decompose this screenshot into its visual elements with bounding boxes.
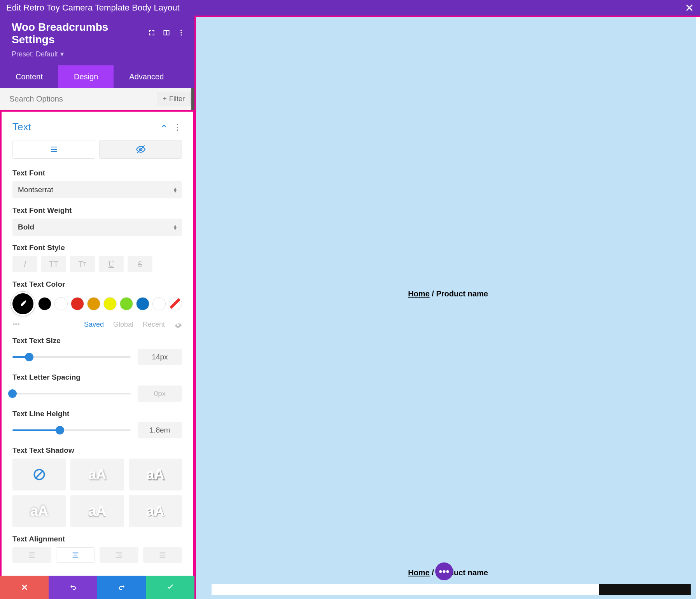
color-label: Text Text Color bbox=[12, 280, 182, 289]
design-panel: Text ⋮ Text Font Montserrat ▴▾ Text Font… bbox=[0, 110, 194, 588]
underline-button[interactable]: U bbox=[99, 256, 124, 272]
font-value: Montserrat bbox=[18, 186, 53, 194]
color-swatch[interactable] bbox=[87, 297, 100, 310]
style-label: Text Font Style bbox=[12, 243, 182, 252]
spacing-value[interactable]: 0px bbox=[138, 385, 182, 402]
size-value[interactable]: 14px bbox=[138, 349, 182, 365]
shadow-none[interactable] bbox=[12, 459, 66, 490]
svg-point-0 bbox=[180, 30, 182, 31]
weight-value: Bold bbox=[18, 223, 34, 231]
redo-button[interactable] bbox=[97, 576, 146, 599]
shadow-label: Text Text Shadow bbox=[12, 446, 182, 455]
align-justify[interactable] bbox=[143, 547, 182, 563]
shadow-preset[interactable]: aA bbox=[70, 459, 124, 490]
uppercase-button[interactable]: TT bbox=[41, 256, 66, 272]
save-button[interactable] bbox=[146, 576, 194, 599]
responsive-toggle bbox=[12, 140, 182, 159]
lineheight-value[interactable]: 1.8em bbox=[138, 422, 182, 438]
align-label: Text Alignment bbox=[12, 535, 182, 543]
search-bar: + Filter bbox=[0, 88, 194, 110]
lineheight-slider[interactable] bbox=[12, 429, 131, 431]
size-slider[interactable] bbox=[12, 356, 131, 358]
preset-dropdown[interactable]: Preset: Default ▾ bbox=[12, 50, 185, 58]
color-swatch[interactable] bbox=[136, 297, 149, 310]
svg-point-2 bbox=[180, 34, 182, 35]
palette-recent[interactable]: Recent bbox=[143, 321, 165, 329]
tab-content[interactable]: Content bbox=[0, 65, 58, 88]
preview-canvas: Home / Product name Home / Product name … bbox=[194, 16, 700, 599]
align-center[interactable] bbox=[56, 547, 95, 563]
size-label: Text Text Size bbox=[12, 336, 182, 345]
shadow-preset[interactable]: aA bbox=[70, 495, 124, 527]
spacing-label: Text Letter Spacing bbox=[12, 373, 182, 382]
weight-select[interactable]: Bold ▴▾ bbox=[12, 219, 182, 236]
color-swatch[interactable] bbox=[120, 297, 133, 310]
shadow-preset[interactable]: aA bbox=[129, 495, 182, 527]
color-swatch[interactable] bbox=[103, 297, 117, 310]
module-title: Woo Breadcrumbs Settings bbox=[12, 21, 140, 46]
panel-footer bbox=[0, 576, 194, 599]
undo-button[interactable] bbox=[49, 576, 97, 599]
breadcrumb-preview: Home / Product name bbox=[408, 289, 488, 298]
close-icon[interactable]: ✕ bbox=[685, 2, 694, 14]
expand-icon[interactable] bbox=[148, 29, 156, 38]
align-left[interactable] bbox=[12, 547, 51, 563]
preview-content-area bbox=[212, 584, 599, 595]
desktop-tab[interactable] bbox=[12, 140, 95, 159]
color-swatch[interactable] bbox=[71, 297, 84, 310]
color-swatch[interactable] bbox=[152, 297, 166, 310]
search-input[interactable] bbox=[9, 95, 157, 103]
breadcrumb-separator: / bbox=[430, 289, 436, 298]
settings-tabs: Content Design Advanced bbox=[0, 65, 194, 88]
color-swatch[interactable] bbox=[54, 297, 68, 310]
tab-advanced[interactable]: Advanced bbox=[114, 65, 179, 88]
font-label: Text Font bbox=[12, 169, 182, 177]
scrollbar[interactable] bbox=[191, 88, 194, 110]
lineheight-label: Text Line Height bbox=[12, 410, 182, 418]
select-caret-icon: ▴▾ bbox=[174, 224, 177, 230]
color-swatch-none[interactable] bbox=[169, 297, 182, 310]
section-add-button[interactable]: ••• bbox=[435, 562, 453, 580]
canvas-right-edge bbox=[696, 17, 700, 599]
filter-button[interactable]: + Filter bbox=[157, 92, 191, 106]
preset-label: Preset: Default bbox=[12, 50, 58, 58]
breadcrumb-home-link[interactable]: Home bbox=[408, 289, 430, 298]
shadow-preset[interactable]: aA bbox=[129, 459, 182, 490]
cancel-button[interactable] bbox=[0, 576, 49, 599]
chevron-down-icon: ▾ bbox=[60, 50, 64, 58]
palette-global[interactable]: Global bbox=[113, 321, 133, 329]
more-colors-icon[interactable]: ••• bbox=[12, 321, 20, 329]
italic-button[interactable]: I bbox=[12, 256, 37, 272]
strikethrough-button[interactable]: S bbox=[128, 256, 152, 272]
color-picker-button[interactable] bbox=[12, 293, 33, 314]
window-title: Edit Retro Toy Camera Template Body Layo… bbox=[6, 3, 180, 13]
smallcaps-button[interactable]: TT bbox=[70, 256, 95, 272]
color-swatch[interactable] bbox=[38, 297, 51, 310]
tab-design[interactable]: Design bbox=[58, 65, 114, 88]
weight-label: Text Font Weight bbox=[12, 206, 182, 215]
plus-icon: + bbox=[163, 95, 167, 103]
gear-icon[interactable] bbox=[174, 321, 182, 329]
font-select[interactable]: Montserrat ▴▾ bbox=[12, 181, 182, 198]
module-header: Woo Breadcrumbs Settings Preset: Default… bbox=[0, 16, 194, 65]
svg-point-1 bbox=[180, 32, 182, 33]
spacing-slider[interactable] bbox=[12, 393, 131, 394]
hover-tab[interactable] bbox=[99, 140, 182, 159]
align-right[interactable] bbox=[100, 547, 138, 563]
columns-icon[interactable] bbox=[163, 29, 170, 38]
filter-label: Filter bbox=[169, 95, 185, 103]
palette-saved[interactable]: Saved bbox=[84, 321, 104, 329]
section-title[interactable]: Text bbox=[12, 121, 31, 133]
kebab-icon[interactable] bbox=[177, 29, 185, 38]
shadow-preset[interactable]: aA bbox=[12, 495, 66, 527]
collapse-icon[interactable] bbox=[161, 123, 168, 131]
select-caret-icon: ▴▾ bbox=[174, 187, 177, 193]
preview-image-placeholder bbox=[599, 584, 691, 595]
breadcrumb-current: Product name bbox=[436, 289, 488, 298]
section-menu-icon[interactable]: ⋮ bbox=[173, 122, 182, 132]
svg-line-9 bbox=[35, 471, 43, 478]
breadcrumb-home-link[interactable]: Home bbox=[408, 568, 430, 577]
